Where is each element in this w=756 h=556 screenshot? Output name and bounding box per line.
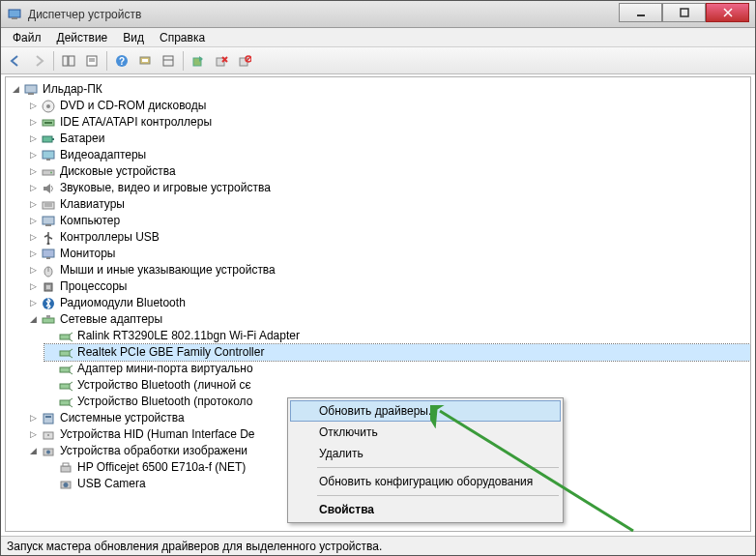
network-adapter-icon <box>58 363 73 376</box>
context-disable[interactable]: Отключить <box>290 422 561 443</box>
minimize-button[interactable] <box>619 3 662 22</box>
expander-open-icon[interactable]: ◢ <box>27 446 39 457</box>
category-icon <box>41 313 56 327</box>
svg-rect-40 <box>45 224 51 226</box>
statusbar: Запуск мастера обновления драйверов для … <box>1 536 755 555</box>
tree-category-label: Радиомодули Bluetooth <box>60 295 186 311</box>
svg-rect-47 <box>46 285 50 289</box>
context-update-drivers[interactable]: Обновить драйверы... <box>290 400 561 422</box>
window-controls <box>619 7 749 22</box>
tree-category[interactable]: ▷Контроллеры USB <box>27 229 750 246</box>
tree-category[interactable]: ▷Видеоадаптеры <box>27 147 750 163</box>
svg-rect-3 <box>681 9 688 16</box>
category-icon <box>41 231 56 245</box>
menu-action[interactable]: Действие <box>49 29 116 46</box>
expander-closed-icon[interactable]: ▷ <box>27 199 39 211</box>
tree-category[interactable]: ▷Мониторы <box>27 246 750 262</box>
context-properties[interactable]: Свойства <box>290 499 561 520</box>
network-adapter-icon <box>58 395 73 409</box>
statusbar-text: Запуск мастера обновления драйверов для … <box>7 540 382 553</box>
properties-toolbar-button[interactable] <box>81 50 102 72</box>
help-button[interactable]: ? <box>111 50 132 72</box>
tree-root[interactable]: ◢ Ильдар-ПК <box>10 81 750 98</box>
tree-category-label: Звуковые, видео и игровые устройства <box>60 180 271 196</box>
tree-category-label: Сетевые адаптеры <box>60 311 162 328</box>
svg-rect-31 <box>52 138 54 140</box>
network-adapter-icon <box>58 379 73 393</box>
expander-closed-icon[interactable]: ▷ <box>27 216 39 227</box>
expander-closed-icon[interactable]: ▷ <box>27 150 39 161</box>
tree-category[interactable]: ▷Радиомодули Bluetooth <box>27 295 750 311</box>
tree-category[interactable]: ▷Клавиатуры <box>27 196 750 213</box>
tree-category[interactable]: ▷Дисковые устройства <box>27 163 750 180</box>
tree-device-label: USB Camera <box>77 476 146 492</box>
tree-category[interactable]: ▷Компьютер <box>27 213 750 229</box>
svg-rect-7 <box>69 56 74 66</box>
expander-closed-icon[interactable]: ▷ <box>27 281 39 293</box>
close-button[interactable] <box>706 3 749 22</box>
tree-category[interactable]: ▷Процессоры <box>27 278 750 295</box>
disable-button[interactable] <box>234 50 255 72</box>
expander-closed-icon[interactable]: ▷ <box>27 133 39 145</box>
tree-device[interactable]: Ralink RT3290LE 802.11bgn Wi-Fi Adapter <box>44 328 750 344</box>
svg-rect-49 <box>43 318 54 323</box>
tree-category-label: Дисковые устройства <box>60 163 176 180</box>
show-hide-tree-button[interactable] <box>58 50 79 72</box>
tree-category-label: Процессоры <box>60 278 128 295</box>
titlebar: Диспетчер устройств <box>1 1 755 28</box>
uninstall-button[interactable] <box>211 50 232 72</box>
tree-category-label: DVD и CD-ROM дисководы <box>60 98 206 114</box>
imaging-device-icon <box>58 478 73 491</box>
expander-closed-icon[interactable]: ▷ <box>27 183 39 194</box>
category-icon <box>41 198 56 212</box>
expander-open-icon[interactable]: ◢ <box>10 84 21 96</box>
svg-point-27 <box>46 104 50 108</box>
tree-category[interactable]: ▷IDE ATA/ATAPI контроллеры <box>27 114 750 131</box>
category-icon <box>41 280 56 294</box>
tree-device[interactable]: Устройство Bluetooth (личной сє <box>44 377 750 394</box>
context-scan-hardware[interactable]: Обновить конфигурацию оборудования <box>290 471 561 492</box>
expander-closed-icon[interactable]: ▷ <box>27 429 39 441</box>
tree-category[interactable]: ▷Звуковые, видео и игровые устройства <box>27 180 750 196</box>
expander-none <box>44 396 56 408</box>
view-button[interactable] <box>158 50 179 72</box>
tree-category[interactable]: ▷Батареи <box>27 131 750 147</box>
expander-closed-icon[interactable]: ▷ <box>27 232 39 244</box>
menu-view[interactable]: Вид <box>115 29 152 46</box>
toolbar-separator <box>106 51 107 71</box>
context-separator <box>317 467 559 468</box>
tree-category[interactable]: ▷DVD и CD-ROM дисководы <box>27 98 750 114</box>
expander-closed-icon[interactable]: ▷ <box>27 117 39 129</box>
expander-open-icon[interactable]: ◢ <box>27 314 39 326</box>
svg-rect-39 <box>43 217 54 224</box>
maximize-button[interactable] <box>662 3 706 22</box>
svg-rect-42 <box>43 249 54 257</box>
svg-point-59 <box>47 434 49 436</box>
svg-rect-29 <box>44 122 52 124</box>
tree-category-label: Видеоадаптеры <box>60 147 146 163</box>
tree-device-label: Адаптер мини-порта виртуально <box>77 361 253 377</box>
tree-category-label: Контроллеры USB <box>60 229 160 246</box>
expander-closed-icon[interactable]: ▷ <box>27 265 39 277</box>
tree-device[interactable]: Realtek PCIe GBE Family Controller <box>44 344 750 361</box>
tree-category[interactable]: ◢Сетевые адаптеры <box>27 311 750 328</box>
tree-device[interactable]: Адаптер мини-порта виртуально <box>44 361 750 377</box>
expander-closed-icon[interactable]: ▷ <box>27 101 39 112</box>
menu-help[interactable]: Справка <box>152 29 213 46</box>
tree-category-label: Компьютер <box>60 213 120 229</box>
expander-closed-icon[interactable]: ▷ <box>27 249 39 260</box>
update-driver-button[interactable] <box>188 50 209 72</box>
scan-hardware-button[interactable] <box>134 50 156 72</box>
context-delete[interactable]: Удалить <box>290 443 561 464</box>
svg-rect-30 <box>43 136 52 142</box>
expander-closed-icon[interactable]: ▷ <box>27 166 39 178</box>
expander-closed-icon[interactable]: ▷ <box>27 298 39 309</box>
tree-category[interactable]: ▷Мыши и иные указывающие устройства <box>27 262 750 278</box>
forward-button[interactable] <box>28 50 49 72</box>
svg-rect-55 <box>60 400 70 405</box>
expander-closed-icon[interactable]: ▷ <box>27 413 39 424</box>
tree-category-label: Устройства HID (Human Interface De <box>60 426 255 443</box>
tree-category-label: Мониторы <box>60 246 115 262</box>
back-button[interactable] <box>5 50 26 72</box>
menu-file[interactable]: Файл <box>5 29 49 46</box>
